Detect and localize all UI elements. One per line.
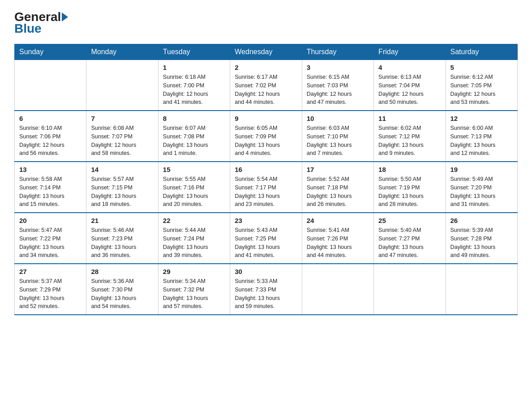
calendar-week-4: 20Sunrise: 5:47 AM Sunset: 7:22 PM Dayli… xyxy=(15,213,518,264)
day-number: 22 xyxy=(163,217,225,224)
day-number: 30 xyxy=(235,268,297,275)
calendar-cell: 11Sunrise: 6:02 AM Sunset: 7:12 PM Dayli… xyxy=(374,111,446,162)
day-number: 1 xyxy=(163,64,225,71)
day-number: 25 xyxy=(378,217,441,224)
calendar-cell: 22Sunrise: 5:44 AM Sunset: 7:24 PM Dayli… xyxy=(158,213,230,264)
day-info: Sunrise: 6:07 AM Sunset: 7:08 PM Dayligh… xyxy=(163,124,225,158)
day-info: Sunrise: 5:54 AM Sunset: 7:17 PM Dayligh… xyxy=(235,175,297,209)
calendar-cell xyxy=(15,60,86,111)
day-info: Sunrise: 6:00 AM Sunset: 7:13 PM Dayligh… xyxy=(450,124,513,158)
calendar-cell xyxy=(86,60,158,111)
calendar-cell: 8Sunrise: 6:07 AM Sunset: 7:08 PM Daylig… xyxy=(158,111,230,162)
calendar-cell xyxy=(446,264,517,315)
day-info: Sunrise: 5:37 AM Sunset: 7:29 PM Dayligh… xyxy=(19,277,82,311)
day-info: Sunrise: 6:13 AM Sunset: 7:04 PM Dayligh… xyxy=(378,73,441,107)
calendar-cell: 13Sunrise: 5:58 AM Sunset: 7:14 PM Dayli… xyxy=(15,162,86,213)
calendar-table: SundayMondayTuesdayWednesdayThursdayFrid… xyxy=(14,44,518,315)
day-number: 20 xyxy=(19,217,82,224)
day-number: 6 xyxy=(19,115,82,122)
day-number: 9 xyxy=(235,115,297,122)
day-number: 8 xyxy=(163,115,225,122)
calendar-cell xyxy=(302,264,373,315)
calendar-cell: 6Sunrise: 6:10 AM Sunset: 7:06 PM Daylig… xyxy=(15,111,86,162)
page-header: General Blue xyxy=(14,11,518,36)
day-number: 2 xyxy=(235,64,297,71)
calendar-cell: 4Sunrise: 6:13 AM Sunset: 7:04 PM Daylig… xyxy=(374,60,446,111)
day-info: Sunrise: 6:15 AM Sunset: 7:03 PM Dayligh… xyxy=(307,73,369,107)
calendar-cell: 23Sunrise: 5:43 AM Sunset: 7:25 PM Dayli… xyxy=(230,213,302,264)
calendar-cell: 28Sunrise: 5:36 AM Sunset: 7:30 PM Dayli… xyxy=(86,264,158,315)
calendar-cell: 19Sunrise: 5:49 AM Sunset: 7:20 PM Dayli… xyxy=(446,162,517,213)
day-number: 11 xyxy=(378,115,441,122)
day-number: 4 xyxy=(378,64,441,71)
day-number: 21 xyxy=(91,217,153,224)
calendar-cell: 30Sunrise: 5:33 AM Sunset: 7:33 PM Dayli… xyxy=(230,264,302,315)
day-info: Sunrise: 5:50 AM Sunset: 7:19 PM Dayligh… xyxy=(378,175,441,209)
day-number: 26 xyxy=(450,217,513,224)
day-info: Sunrise: 5:40 AM Sunset: 7:27 PM Dayligh… xyxy=(378,226,441,260)
day-number: 14 xyxy=(91,166,153,173)
logo: General Blue xyxy=(14,11,69,36)
day-info: Sunrise: 5:39 AM Sunset: 7:28 PM Dayligh… xyxy=(450,226,513,260)
calendar-cell: 20Sunrise: 5:47 AM Sunset: 7:22 PM Dayli… xyxy=(15,213,86,264)
day-info: Sunrise: 5:44 AM Sunset: 7:24 PM Dayligh… xyxy=(163,226,225,260)
calendar-cell: 12Sunrise: 6:00 AM Sunset: 7:13 PM Dayli… xyxy=(446,111,517,162)
day-info: Sunrise: 6:17 AM Sunset: 7:02 PM Dayligh… xyxy=(235,73,297,107)
calendar-cell: 29Sunrise: 5:34 AM Sunset: 7:32 PM Dayli… xyxy=(158,264,230,315)
day-info: Sunrise: 5:34 AM Sunset: 7:32 PM Dayligh… xyxy=(163,277,225,311)
header-saturday: Saturday xyxy=(446,44,517,60)
day-info: Sunrise: 5:43 AM Sunset: 7:25 PM Dayligh… xyxy=(235,226,297,260)
calendar-cell: 21Sunrise: 5:46 AM Sunset: 7:23 PM Dayli… xyxy=(86,213,158,264)
day-info: Sunrise: 5:49 AM Sunset: 7:20 PM Dayligh… xyxy=(450,175,513,209)
day-number: 16 xyxy=(235,166,297,173)
day-number: 29 xyxy=(163,268,225,275)
calendar-cell: 25Sunrise: 5:40 AM Sunset: 7:27 PM Dayli… xyxy=(374,213,446,264)
header-wednesday: Wednesday xyxy=(230,44,302,60)
calendar-header-row: SundayMondayTuesdayWednesdayThursdayFrid… xyxy=(15,44,518,60)
day-info: Sunrise: 5:33 AM Sunset: 7:33 PM Dayligh… xyxy=(235,277,297,311)
day-info: Sunrise: 6:12 AM Sunset: 7:05 PM Dayligh… xyxy=(450,73,513,107)
calendar-cell: 16Sunrise: 5:54 AM Sunset: 7:17 PM Dayli… xyxy=(230,162,302,213)
day-number: 12 xyxy=(450,115,513,122)
day-info: Sunrise: 5:46 AM Sunset: 7:23 PM Dayligh… xyxy=(91,226,153,260)
calendar-cell: 18Sunrise: 5:50 AM Sunset: 7:19 PM Dayli… xyxy=(374,162,446,213)
day-number: 19 xyxy=(450,166,513,173)
calendar-cell: 3Sunrise: 6:15 AM Sunset: 7:03 PM Daylig… xyxy=(302,60,373,111)
day-info: Sunrise: 5:57 AM Sunset: 7:15 PM Dayligh… xyxy=(91,175,153,209)
day-info: Sunrise: 5:58 AM Sunset: 7:14 PM Dayligh… xyxy=(19,175,82,209)
logo-arrow-icon xyxy=(62,13,68,21)
calendar-cell: 10Sunrise: 6:03 AM Sunset: 7:10 PM Dayli… xyxy=(302,111,373,162)
calendar-cell: 9Sunrise: 6:05 AM Sunset: 7:09 PM Daylig… xyxy=(230,111,302,162)
day-info: Sunrise: 6:03 AM Sunset: 7:10 PM Dayligh… xyxy=(307,124,369,158)
day-number: 23 xyxy=(235,217,297,224)
calendar-cell: 14Sunrise: 5:57 AM Sunset: 7:15 PM Dayli… xyxy=(86,162,158,213)
header-thursday: Thursday xyxy=(302,44,373,60)
day-info: Sunrise: 5:47 AM Sunset: 7:22 PM Dayligh… xyxy=(19,226,82,260)
calendar-week-3: 13Sunrise: 5:58 AM Sunset: 7:14 PM Dayli… xyxy=(15,162,518,213)
calendar-cell: 26Sunrise: 5:39 AM Sunset: 7:28 PM Dayli… xyxy=(446,213,517,264)
calendar-cell: 24Sunrise: 5:41 AM Sunset: 7:26 PM Dayli… xyxy=(302,213,373,264)
day-number: 15 xyxy=(163,166,225,173)
day-number: 13 xyxy=(19,166,82,173)
day-number: 28 xyxy=(91,268,153,275)
day-number: 7 xyxy=(91,115,153,122)
calendar-cell: 27Sunrise: 5:37 AM Sunset: 7:29 PM Dayli… xyxy=(15,264,86,315)
calendar-cell: 5Sunrise: 6:12 AM Sunset: 7:05 PM Daylig… xyxy=(446,60,517,111)
calendar-week-1: 1Sunrise: 6:18 AM Sunset: 7:00 PM Daylig… xyxy=(15,60,518,111)
calendar-cell: 15Sunrise: 5:55 AM Sunset: 7:16 PM Dayli… xyxy=(158,162,230,213)
day-number: 3 xyxy=(307,64,369,71)
day-info: Sunrise: 5:52 AM Sunset: 7:18 PM Dayligh… xyxy=(307,175,369,209)
calendar-week-2: 6Sunrise: 6:10 AM Sunset: 7:06 PM Daylig… xyxy=(15,111,518,162)
calendar-cell: 17Sunrise: 5:52 AM Sunset: 7:18 PM Dayli… xyxy=(302,162,373,213)
day-info: Sunrise: 5:41 AM Sunset: 7:26 PM Dayligh… xyxy=(307,226,369,260)
calendar-cell xyxy=(374,264,446,315)
header-tuesday: Tuesday xyxy=(158,44,230,60)
day-info: Sunrise: 5:55 AM Sunset: 7:16 PM Dayligh… xyxy=(163,175,225,209)
day-info: Sunrise: 6:18 AM Sunset: 7:00 PM Dayligh… xyxy=(163,73,225,107)
day-number: 17 xyxy=(307,166,369,173)
calendar-cell: 1Sunrise: 6:18 AM Sunset: 7:00 PM Daylig… xyxy=(158,60,230,111)
day-info: Sunrise: 6:02 AM Sunset: 7:12 PM Dayligh… xyxy=(378,124,441,158)
day-info: Sunrise: 6:05 AM Sunset: 7:09 PM Dayligh… xyxy=(235,124,297,158)
calendar-week-5: 27Sunrise: 5:37 AM Sunset: 7:29 PM Dayli… xyxy=(15,264,518,315)
day-number: 24 xyxy=(307,217,369,224)
